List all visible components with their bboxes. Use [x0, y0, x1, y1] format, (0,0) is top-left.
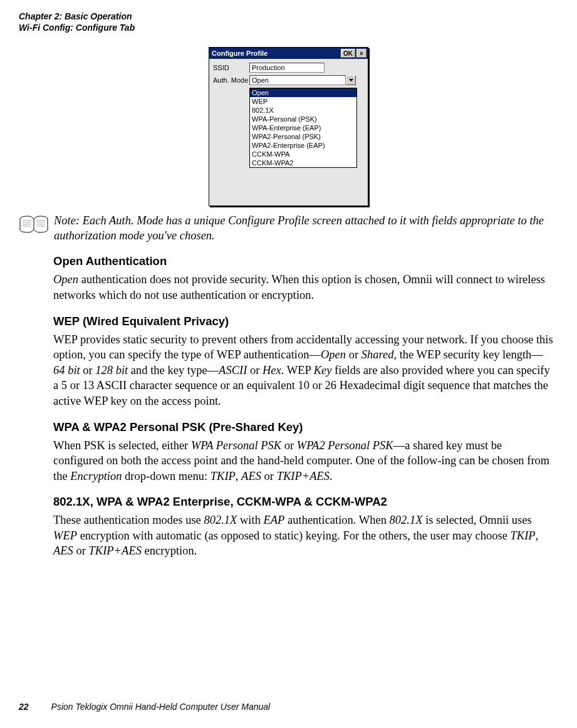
auth-option[interactable]: WPA-Enterprise (EAP) — [250, 123, 356, 132]
note-label: Note: — [54, 214, 80, 227]
chevron-down-icon[interactable] — [346, 75, 356, 85]
paragraph: Open authentication does not provide sec… — [53, 272, 553, 303]
configure-profile-window: Configure Profile OK × SSID Production A… — [209, 47, 368, 206]
ssid-input[interactable]: Production — [249, 63, 325, 73]
auth-mode-combobox[interactable]: Open — [249, 75, 356, 85]
auth-mode-label: Auth. Mode — [213, 76, 249, 84]
paragraph: When PSK is selected, either WPA Persona… — [53, 438, 553, 484]
svg-marker-0 — [349, 79, 353, 81]
ssid-row: SSID Production — [213, 63, 364, 73]
heading-open-auth: Open Authentication — [53, 254, 553, 268]
paragraph: WEP provides static security to prevent … — [53, 332, 553, 409]
heading-enterprise: 802.1X, WPA & WPA2 Enterprise, CCKM-WPA … — [53, 495, 553, 509]
running-head-section: Wi-Fi Config: Configure Tab — [19, 23, 558, 34]
auth-mode-dropdown[interactable]: Open WEP 802.1X WPA-Personal (PSK) WPA-E… — [249, 88, 357, 168]
auth-option[interactable]: WEP — [250, 97, 356, 106]
running-head-chapter: Chapter 2: Basic Operation — [19, 11, 558, 23]
body-content: Open Authentication Open authentication … — [53, 254, 553, 559]
heading-psk: WPA & WPA2 Personal PSK (Pre-Shared Key) — [53, 420, 553, 434]
book-icon — [19, 215, 49, 236]
auth-mode-value: Open — [249, 75, 346, 85]
auth-option[interactable]: WPA2-Personal (PSK) — [250, 132, 356, 141]
running-head: Chapter 2: Basic Operation Wi-Fi Config:… — [19, 11, 558, 33]
auth-option[interactable]: WPA2-Enterprise (EAP) — [250, 141, 356, 150]
window-title: Configure Profile — [212, 49, 268, 57]
auth-option[interactable]: CCKM-WPA2 — [250, 159, 356, 167]
footer-title: Psion Teklogix Omnii Hand-Held Computer … — [51, 702, 271, 712]
note-block: Note: Each Auth. Mode has a unique Confi… — [19, 214, 558, 243]
auth-mode-row: Auth. Mode Open — [213, 75, 364, 85]
note-body: Each Auth. Mode has a unique Configure P… — [54, 214, 544, 242]
window-body: SSID Production Auth. Mode Open Open WEP… — [209, 59, 368, 205]
auth-option[interactable]: CCKM-WPA — [250, 150, 356, 159]
page-footer: 22Psion Teklogix Omnii Hand-Held Compute… — [19, 702, 558, 712]
page-number: 22 — [19, 702, 29, 712]
close-button[interactable]: × — [356, 49, 366, 58]
auth-option[interactable]: Open — [250, 88, 356, 97]
auth-option[interactable]: WPA-Personal (PSK) — [250, 115, 356, 123]
note-text: Note: Each Auth. Mode has a unique Confi… — [54, 214, 558, 243]
ok-button[interactable]: OK — [341, 49, 355, 58]
heading-wep: WEP (Wired Equivalent Privacy) — [53, 315, 553, 328]
window-titlebar: Configure Profile OK × — [209, 48, 368, 59]
paragraph: These authentication modes use 802.1X wi… — [53, 512, 553, 559]
ssid-label: SSID — [213, 64, 249, 71]
auth-option[interactable]: 802.1X — [250, 106, 356, 115]
